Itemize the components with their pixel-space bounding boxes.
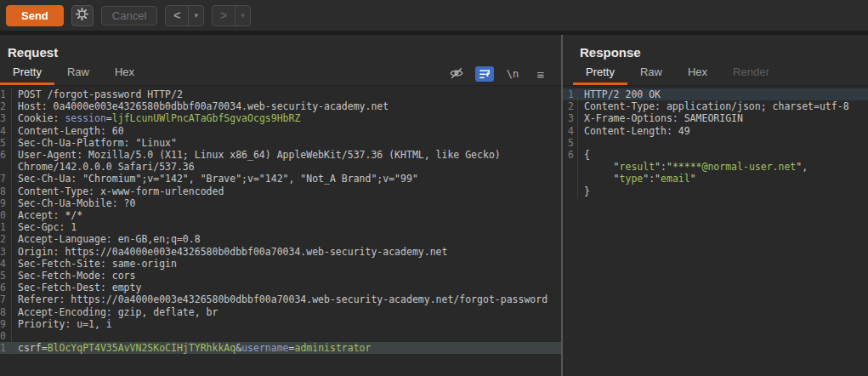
line-number: 6	[0, 149, 6, 161]
request-editor[interactable]: 1POST /forgot-password HTTP/22Host: 0a40…	[0, 85, 561, 376]
line-number: 1	[0, 88, 6, 100]
code-line[interactable]: 1POST /forgot-password HTTP/2	[0, 88, 561, 100]
code-line[interactable]: 18Accept-Encoding: gzip, deflate, br	[0, 306, 561, 318]
line-number: 5	[568, 137, 574, 149]
code-line-text: Sec-Ch-Ua: "Chromium";v="142", "Brave";v…	[12, 173, 418, 185]
line-number: 9	[0, 197, 6, 209]
code-line-text: Cookie: session=ljfLcunUWlPncATaGbfSgvaO…	[12, 112, 300, 124]
code-line-text: Sec-Fetch-Site: same-origin	[12, 258, 177, 270]
line-number-gutter: 19	[0, 318, 12, 330]
request-tabs: PrettyRawHex	[0, 62, 561, 85]
code-line[interactable]: 3Cookie: session=ljfLcunUWlPncATaGbfSgva…	[0, 112, 561, 124]
line-number-gutter: 7	[0, 173, 12, 185]
line-number: 10	[0, 209, 6, 221]
code-line[interactable]: 14Sec-Fetch-Site: same-origin	[0, 258, 561, 270]
line-number-gutter	[563, 185, 578, 197]
back-history-dropdown[interactable]: ▾	[188, 6, 203, 26]
code-line[interactable]: 2Content-Type: application/json; charset…	[563, 100, 868, 112]
line-number-gutter: 13	[0, 246, 12, 258]
line-number: 14	[0, 258, 6, 270]
code-line[interactable]: 5Sec-Ch-Ua-Platform: "Linux"	[0, 137, 561, 149]
code-line[interactable]: 7Sec-Ch-Ua: "Chromium";v="142", "Brave";…	[0, 173, 561, 185]
line-number-gutter: 18	[0, 306, 12, 318]
code-line-text: HTTP/2 200 OK	[578, 88, 661, 100]
code-line[interactable]: 10Accept: */*	[0, 209, 561, 221]
line-number: 11	[0, 221, 6, 233]
code-line-text: csrf=BlOcYqPT4V35AvVN2SKoCIHjTYRhkkAq&us…	[12, 342, 371, 354]
forward-history-control: > ▾	[212, 5, 251, 26]
code-line[interactable]: 20	[0, 330, 561, 342]
tab-raw[interactable]: Raw	[627, 62, 675, 85]
line-number: 17	[0, 293, 6, 305]
tab-hex[interactable]: Hex	[102, 62, 147, 85]
line-number-gutter: 3	[0, 112, 12, 124]
code-line[interactable]: 9Sec-Ch-Ua-Mobile: ?0	[0, 197, 561, 209]
code-line-text: "type":"email"	[578, 173, 696, 185]
code-line-text: Content-Type: x-www-form-urlencoded	[12, 185, 224, 197]
code-line-text: {	[578, 149, 590, 161]
line-number-gutter: 17	[0, 293, 12, 305]
line-number: 7	[0, 173, 6, 185]
line-number: 1	[568, 88, 574, 100]
tab-hex[interactable]: Hex	[675, 62, 720, 85]
tab-pretty[interactable]: Pretty	[573, 62, 627, 85]
code-line[interactable]: 19Priority: u=1, i	[0, 318, 561, 330]
code-line[interactable]: 5	[563, 137, 868, 149]
code-line-text: Accept: */*	[12, 209, 82, 221]
line-number-gutter: 1	[563, 88, 578, 100]
code-line[interactable]: 1HTTP/2 200 OK	[563, 88, 868, 100]
forward-button[interactable]: >	[213, 6, 235, 26]
code-line-text: Sec-Fetch-Dest: empty	[12, 282, 141, 293]
line-number-gutter: 4	[0, 125, 12, 137]
word-wrap-button[interactable]	[475, 66, 494, 82]
response-tabs: PrettyRawHexRender	[563, 62, 868, 85]
line-number: 3	[0, 112, 6, 124]
code-line[interactable]: 6User-Agent: Mozilla/5.0 (X11; Linux x86…	[0, 149, 561, 161]
code-line-text	[12, 330, 18, 342]
code-line[interactable]: 12Accept-Language: en-GB,en;q=0.8	[0, 233, 561, 245]
back-button[interactable]: <	[166, 6, 188, 26]
code-line[interactable]: 15Sec-Fetch-Mode: cors	[0, 270, 561, 282]
code-line-text: Referer: https://0a4000e003e4326580b0dbb…	[12, 293, 547, 305]
show-newlines-button[interactable]: \n	[503, 66, 522, 82]
line-number: 2	[568, 100, 574, 112]
code-line[interactable]: 4Content-Length: 49	[563, 125, 868, 137]
code-line-text: Sec-Ch-Ua-Platform: "Linux"	[12, 137, 177, 149]
line-number: 8	[0, 185, 6, 197]
code-line[interactable]: 13Origin: https://0a4000e003e4326580b0db…	[0, 246, 561, 258]
code-line[interactable]: 4Content-Length: 60	[0, 125, 561, 137]
editor-menu-button[interactable]: ≡	[531, 66, 550, 82]
eye-off-icon	[449, 66, 464, 83]
request-settings-button[interactable]	[71, 5, 94, 26]
code-line[interactable]: 11Sec-Gpc: 1	[0, 221, 561, 233]
code-line[interactable]: 2Host: 0a4000e003e4326580b0dbbf00a70034.…	[0, 100, 561, 112]
response-editor[interactable]: 1HTTP/2 200 OK2Content-Type: application…	[563, 85, 868, 376]
line-number-gutter: 14	[0, 258, 12, 270]
code-line-text: Chrome/142.0.0.0 Safari/537.36	[12, 161, 195, 173]
line-number: 3	[568, 112, 574, 124]
code-line[interactable]: 3X-Frame-Options: SAMEORIGIN	[563, 112, 868, 124]
hide-nonprinting-button[interactable]	[447, 66, 466, 82]
request-panel-title: Request	[0, 35, 561, 62]
code-line[interactable]: Chrome/142.0.0.0 Safari/537.36	[0, 161, 561, 173]
code-line[interactable]: "result":"*****@normal-user.net",	[563, 161, 868, 173]
code-line[interactable]: 6{	[563, 149, 868, 161]
line-number-gutter: 16	[0, 282, 12, 293]
response-panel: Response PrettyRawHexRender 1HTTP/2 200 …	[563, 35, 868, 376]
tab-raw[interactable]: Raw	[54, 62, 102, 85]
line-number: 20	[0, 330, 6, 342]
code-line[interactable]: "type":"email"	[563, 173, 868, 185]
code-line-text: X-Frame-Options: SAMEORIGIN	[578, 112, 743, 124]
code-line-text: Accept-Language: en-GB,en;q=0.8	[12, 233, 201, 245]
code-line-text: Host: 0a4000e003e4326580b0dbbf00a70034.w…	[12, 100, 389, 112]
code-line[interactable]: 16Sec-Fetch-Dest: empty	[0, 282, 561, 293]
forward-history-dropdown[interactable]: ▾	[235, 6, 250, 26]
code-line[interactable]: 17Referer: https://0a4000e003e4326580b0d…	[0, 293, 561, 305]
code-line[interactable]: 8Content-Type: x-www-form-urlencoded	[0, 185, 561, 197]
cancel-button[interactable]: Cancel	[101, 6, 157, 26]
send-button[interactable]: Send	[6, 5, 64, 26]
code-line[interactable]: }	[563, 185, 868, 197]
code-line[interactable]: 21csrf=BlOcYqPT4V35AvVN2SKoCIHjTYRhkkAq&…	[0, 342, 561, 354]
burp-repeater-view: Send Cancel < ▾ > ▾	[0, 0, 868, 376]
tab-pretty[interactable]: Pretty	[0, 62, 54, 85]
